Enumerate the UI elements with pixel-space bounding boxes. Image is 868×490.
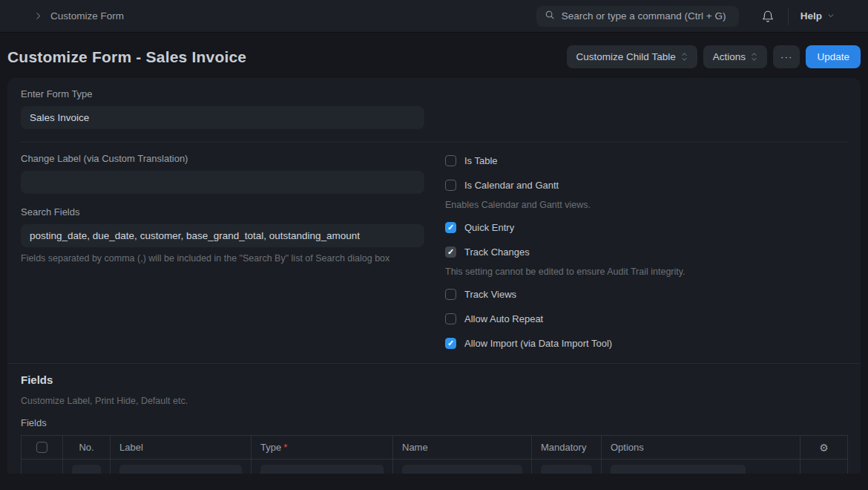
form-type-section: Enter Form Type — [7, 78, 861, 143]
row-label-cell[interactable] — [111, 460, 251, 474]
select-caret-icon — [681, 52, 688, 62]
search-fields-input[interactable] — [21, 224, 424, 247]
row-options-cell[interactable] — [602, 460, 800, 474]
fields-grid-label: Fields — [21, 417, 847, 428]
chevron-down-icon — [827, 10, 835, 22]
row-mandatory-cell[interactable] — [532, 460, 602, 474]
enter-form-type-label: Enter Form Type — [21, 88, 847, 99]
breadcrumb[interactable]: Customize Form — [33, 10, 124, 22]
update-button[interactable]: Update — [806, 45, 861, 68]
fields-table: No. Label Type* Name Mandatory Options ⚙ — [21, 435, 848, 474]
checkbox-label: Is Calendar and Gantt — [464, 180, 559, 191]
actions-button[interactable]: Actions — [703, 45, 767, 68]
checkbox-icon[interactable] — [445, 180, 456, 191]
col-header-name: Name — [393, 436, 532, 460]
actions-label: Actions — [713, 51, 746, 62]
checkbox-label: Is Table — [464, 155, 498, 166]
checkbox-icon[interactable] — [445, 289, 456, 300]
checkbox-is-table[interactable]: Is Table — [445, 154, 685, 168]
table-header-row: No. Label Type* Name Mandatory Options ⚙ — [22, 436, 848, 460]
page-title: Customize Form - Sales Invoice — [7, 48, 246, 66]
checkbox-label: Track Views — [464, 289, 516, 300]
customize-child-table-button[interactable]: Customize Child Table — [567, 45, 697, 68]
gear-icon[interactable]: ⚙ — [819, 442, 829, 454]
chevron-right-icon — [33, 11, 43, 21]
grid-settings-cell[interactable]: ⚙ — [800, 436, 848, 460]
checkbox-label: Allow Auto Repeat — [464, 313, 543, 324]
col-header-mandatory: Mandatory — [532, 436, 602, 460]
row-select-cell[interactable] — [22, 460, 63, 474]
select-caret-icon — [751, 52, 757, 62]
search-fields-label: Search Fields — [21, 206, 424, 218]
row-type-cell[interactable] — [251, 460, 393, 474]
navbar-divider — [788, 7, 789, 25]
col-header-options: Options — [602, 436, 800, 460]
checkbox-allow-import[interactable]: Allow Import (via Data Import Tool) — [445, 336, 685, 350]
customize-child-table-label: Customize Child Table — [576, 51, 676, 62]
row-gear-cell — [800, 460, 848, 474]
help-menu[interactable]: Help — [800, 10, 835, 22]
ellipsis-icon: ··· — [780, 51, 793, 62]
row-no-cell[interactable] — [63, 460, 111, 474]
form-panel: Enter Form Type Change Label (via Custom… — [7, 78, 861, 474]
skeleton-cell — [260, 465, 384, 474]
checkbox-is-calendar-and-gantt[interactable]: Is Calendar and Gantt — [445, 178, 685, 192]
skeleton-cell — [541, 465, 592, 474]
checkbox-checked-icon[interactable] — [445, 338, 456, 349]
col-header-type: Type* — [251, 436, 393, 460]
checkbox-quick-entry[interactable]: Quick Entry — [445, 220, 685, 235]
breadcrumb-label: Customize Form — [50, 10, 124, 22]
select-all-cell — [22, 436, 63, 460]
page-actions: Customize Child Table Actions ··· Update — [567, 45, 861, 68]
checkbox-description: Enables Calendar and Gantt views. — [445, 200, 685, 210]
skeleton-cell — [611, 465, 746, 474]
change-label-label: Change Label (via Custom Translation) — [21, 153, 424, 164]
col-header-type-text: Type — [260, 442, 281, 453]
checkbox-track-views[interactable]: Track Views — [445, 287, 685, 301]
change-label-input[interactable] — [21, 171, 424, 194]
col-header-no: No. — [63, 436, 111, 460]
page-head: Customize Form - Sales Invoice Customize… — [0, 33, 868, 78]
checkbox-checked-icon[interactable] — [445, 222, 456, 233]
checkbox-allow-auto-repeat[interactable]: Allow Auto Repeat — [445, 312, 685, 326]
col-header-label: Label — [111, 436, 251, 460]
navbar: Customize Form Help — [0, 0, 868, 33]
fields-section-description: Customize Label, Print Hide, Default etc… — [21, 396, 847, 406]
update-label: Update — [817, 51, 849, 62]
checkbox-label: Allow Import (via Data Import Tool) — [464, 338, 612, 349]
checkbox-description: This setting cannot be edited to ensure … — [445, 267, 685, 277]
skeleton-cell — [119, 465, 242, 474]
customize-form-page: Customize Form Help Customize Form - Sal… — [0, 0, 868, 490]
global-search[interactable] — [536, 6, 739, 27]
checkbox-checked-disabled-icon — [445, 246, 456, 258]
required-marker: * — [283, 442, 287, 453]
checkbox-icon[interactable] — [445, 155, 456, 166]
table-row[interactable] — [22, 460, 848, 474]
more-menu-button[interactable]: ··· — [773, 45, 800, 68]
checkbox-track-changes: Track Changes — [445, 245, 685, 259]
fields-section: Fields Customize Label, Print Hide, Defa… — [7, 363, 861, 474]
search-fields-help: Fields separated by comma (,) will be in… — [21, 253, 424, 264]
properties-left-column: Change Label (via Custom Translation) Se… — [21, 153, 424, 361]
checkbox-icon[interactable] — [445, 313, 456, 324]
form-type-input[interactable] — [21, 106, 424, 129]
fields-section-title: Fields — [21, 373, 847, 386]
checkbox-label: Quick Entry — [464, 222, 514, 233]
row-name-cell[interactable] — [393, 460, 532, 474]
checkbox-label: Track Changes — [464, 246, 530, 258]
search-input[interactable] — [562, 10, 731, 22]
select-all-checkbox[interactable] — [36, 442, 47, 453]
properties-right-column: Is Table Is Calendar and Gantt Enables C… — [445, 153, 685, 361]
skeleton-cell — [72, 465, 101, 474]
skeleton-cell — [402, 465, 522, 474]
search-icon — [545, 10, 555, 22]
notifications-bell-icon[interactable] — [761, 10, 775, 23]
help-label: Help — [800, 10, 822, 22]
properties-section: Change Label (via Custom Translation) Se… — [7, 143, 861, 361]
